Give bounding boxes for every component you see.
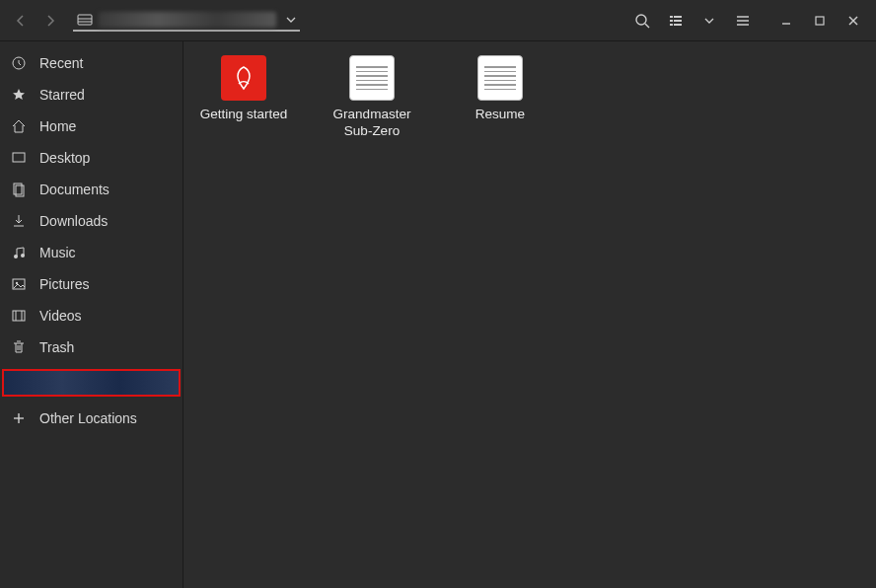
places-sidebar: Recent Starred Home Desktop Documents Do… [0,41,183,588]
text-file-icon [477,55,523,101]
file-label: Getting started [200,107,288,123]
sidebar-item-music[interactable]: Music [0,237,182,268]
chevron-left-icon [16,14,26,28]
file-item[interactable]: Resume [456,55,545,123]
svg-rect-9 [674,20,682,22]
path-text-redacted [99,12,276,28]
clock-icon [10,54,28,72]
search-icon [634,13,650,29]
sidebar-item-label: Videos [39,308,82,324]
close-button[interactable] [837,6,870,36]
music-icon [10,244,28,261]
chevron-right-icon [45,14,55,28]
sidebar-item-documents[interactable]: Documents [0,174,182,205]
drive-icon [77,12,93,28]
svg-point-3 [636,15,646,25]
svg-rect-15 [816,17,824,25]
minimize-button[interactable] [769,6,803,36]
forward-button[interactable] [36,6,65,36]
caret-down-icon [286,17,296,23]
minimize-icon [780,15,792,27]
star-icon [10,86,28,104]
file-label: Resume [475,107,525,123]
sidebar-item-downloads[interactable]: Downloads [0,205,182,237]
close-icon [847,15,859,27]
sidebar-item-label: Desktop [39,150,90,166]
list-view-icon [668,13,684,29]
documents-icon [10,181,28,198]
sidebar-item-videos[interactable]: Videos [0,300,182,331]
file-item[interactable]: Grandmaster Sub-Zero [328,55,416,140]
pdf-file-icon [221,55,266,101]
file-item[interactable]: Getting started [199,55,288,123]
sidebar-item-pictures[interactable]: Pictures [0,268,182,300]
path-bar[interactable] [73,10,300,32]
file-label: Grandmaster Sub-Zero [328,107,416,140]
svg-rect-6 [670,20,673,22]
file-grid[interactable]: Getting started Grandmaster Sub-Zero Res… [183,41,876,588]
sidebar-item-label: Starred [39,87,85,103]
sidebar-item-home[interactable]: Home [0,110,182,142]
trash-icon [10,338,28,356]
svg-rect-26 [13,311,25,321]
sidebar-item-desktop[interactable]: Desktop [0,142,182,174]
pictures-icon [10,275,28,293]
sidebar-item-label: Downloads [39,213,108,229]
downloads-icon [10,212,28,230]
svg-rect-7 [670,24,673,26]
home-icon [10,117,28,135]
search-button[interactable] [625,6,659,36]
maximize-button[interactable] [803,6,837,36]
svg-rect-5 [670,16,673,18]
path-dropdown-caret[interactable] [286,17,296,23]
hamburger-menu-button[interactable] [726,6,760,36]
sidebar-item-label: Music [39,245,76,260]
sidebar-item-other-locations[interactable]: Other Locations [0,403,182,434]
sidebar-item-starred[interactable]: Starred [0,79,182,110]
sidebar-item-label: Home [39,118,76,134]
sidebar-item-label: Pictures [39,276,90,292]
svg-point-22 [14,255,18,258]
view-options-dropdown[interactable] [693,6,726,36]
sidebar-item-label: Other Locations [39,410,137,426]
svg-point-23 [21,254,25,257]
hamburger-icon [735,13,751,29]
view-list-button[interactable] [659,6,693,36]
svg-rect-0 [78,15,92,25]
svg-line-4 [645,24,649,28]
sidebar-item-label: Recent [39,55,83,71]
sidebar-item-recent[interactable]: Recent [0,47,182,79]
sidebar-item-trash[interactable]: Trash [0,331,182,363]
maximize-icon [814,15,826,27]
svg-rect-19 [13,153,25,162]
svg-rect-8 [674,16,682,18]
svg-rect-10 [674,24,682,26]
back-button[interactable] [6,6,36,36]
sidebar-item-redacted[interactable] [2,369,181,397]
sidebar-item-label: Trash [39,339,74,355]
text-file-icon [349,55,395,101]
videos-icon [10,307,28,325]
plus-icon [10,409,28,427]
desktop-icon [10,149,28,167]
caret-down-icon [704,18,714,24]
sidebar-item-label: Documents [39,182,110,197]
